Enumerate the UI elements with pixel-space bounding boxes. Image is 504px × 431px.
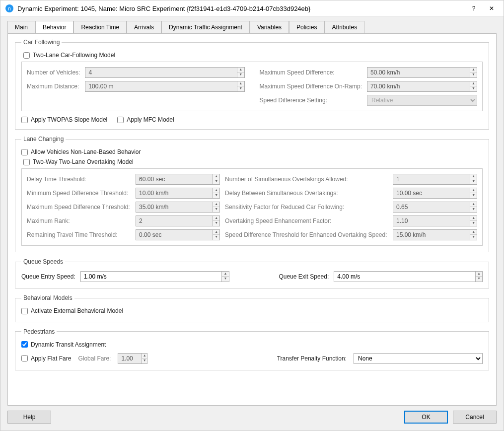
tab-dynamic-traffic-assignment[interactable]: Dynamic Traffic Assignment	[161, 21, 250, 34]
spinner-down-icon[interactable]: ▼	[237, 72, 244, 77]
checkbox-flat-fare-input[interactable]	[21, 355, 28, 361]
checkbox-twoway-overtaking-input[interactable]	[23, 159, 30, 165]
input-num-sim-overtake[interactable]	[393, 175, 470, 184]
spinner-up-icon[interactable]: ▲	[142, 354, 147, 359]
tab-attributes[interactable]: Attributes	[324, 21, 364, 34]
spinner-up-icon[interactable]: ▲	[470, 188, 477, 193]
spinner-down-icon[interactable]: ▼	[470, 221, 477, 226]
input-max-speed-diff-lc[interactable]	[136, 203, 213, 212]
spinner-down-icon[interactable]: ▼	[142, 359, 147, 363]
checkbox-two-lane-cf[interactable]: Two-Lane Car-Following Model	[23, 52, 115, 59]
input-max-speed-diff[interactable]	[367, 68, 470, 77]
spinner-down-icon[interactable]: ▼	[222, 277, 228, 282]
spinner-max-speed-diff-ramp[interactable]: ▲▼	[367, 81, 477, 92]
spinner-down-icon[interactable]: ▼	[213, 235, 219, 240]
input-max-speed-diff-ramp[interactable]	[367, 82, 470, 91]
spinner-up-icon[interactable]: ▲	[213, 230, 219, 235]
input-num-vehicles[interactable]	[85, 68, 237, 77]
spinner-sens-factor[interactable]: ▲▼	[393, 202, 477, 213]
tab-reaction-time[interactable]: Reaction Time	[73, 21, 127, 34]
input-overt-enh[interactable]	[393, 216, 470, 225]
spinner-up-icon[interactable]: ▲	[470, 68, 477, 72]
input-max-rank[interactable]	[136, 216, 213, 225]
checkbox-twopas[interactable]: Apply TWOPAS Slope Model	[21, 116, 107, 123]
spinner-down-icon[interactable]: ▼	[213, 207, 219, 212]
spinner-overt-enh[interactable]: ▲▼	[393, 216, 477, 226]
spinner-up-icon[interactable]: ▲	[470, 202, 477, 207]
checkbox-dynamic-transit-input[interactable]	[21, 341, 28, 348]
checkbox-mfc-input[interactable]	[117, 117, 124, 123]
spinner-up-icon[interactable]: ▲	[237, 68, 244, 72]
help-button[interactable]: Help	[7, 411, 51, 424]
tab-variables[interactable]: Variables	[250, 21, 289, 34]
spinner-up-icon[interactable]: ▲	[470, 216, 477, 221]
spinner-down-icon[interactable]: ▼	[470, 179, 477, 184]
close-icon[interactable]: ✕	[485, 3, 499, 13]
combo-transfer-penalty[interactable]: None	[354, 353, 483, 364]
input-speed-diff-enh[interactable]	[393, 230, 470, 239]
checkbox-allow-nonlane[interactable]: Allow Vehicles Non-Lane-Based Behavior	[21, 148, 141, 155]
spinner-up-icon[interactable]: ▲	[213, 188, 219, 193]
checkbox-activate-external-input[interactable]	[21, 308, 28, 314]
spinner-down-icon[interactable]: ▼	[237, 86, 244, 91]
spinner-down-icon[interactable]: ▼	[470, 86, 477, 91]
tab-main[interactable]: Main	[7, 21, 35, 34]
spinner-up-icon[interactable]: ▲	[470, 174, 477, 179]
checkbox-mfc[interactable]: Apply MFC Model	[117, 116, 174, 123]
tab-policies[interactable]: Policies	[289, 21, 324, 34]
spinner-max-distance[interactable]: ▲▼	[85, 81, 244, 92]
spinner-up-icon[interactable]: ▲	[213, 216, 219, 221]
tab-arrivals[interactable]: Arrivals	[127, 21, 161, 34]
tab-behavior[interactable]: Behavior	[35, 21, 73, 34]
checkbox-two-lane-cf-input[interactable]	[23, 52, 30, 59]
spinner-down-icon[interactable]: ▼	[470, 193, 477, 198]
input-queue-entry[interactable]	[81, 272, 221, 281]
spinner-up-icon[interactable]: ▲	[237, 81, 244, 86]
spinner-queue-exit[interactable]: ▲▼	[334, 271, 483, 282]
spinner-down-icon[interactable]: ▼	[213, 193, 219, 198]
spinner-max-speed-diff-lc[interactable]: ▲▼	[136, 202, 220, 213]
spinner-min-speed-diff[interactable]: ▲▼	[136, 188, 220, 199]
spinner-down-icon[interactable]: ▼	[470, 72, 477, 77]
spinner-up-icon[interactable]: ▲	[470, 230, 477, 235]
spinner-down-icon[interactable]: ▼	[470, 235, 477, 240]
spinner-remain-travel[interactable]: ▲▼	[136, 229, 220, 240]
input-global-fare[interactable]	[118, 354, 142, 363]
spinner-down-icon[interactable]: ▼	[476, 277, 482, 282]
spinner-queue-entry[interactable]: ▲▼	[80, 271, 229, 282]
checkbox-twopas-input[interactable]	[21, 117, 28, 123]
input-delay-between[interactable]	[393, 189, 470, 198]
spinner-up-icon[interactable]: ▲	[213, 174, 219, 179]
spinner-up-icon[interactable]: ▲	[476, 272, 482, 277]
spinner-down-icon[interactable]: ▼	[213, 179, 219, 184]
spinner-num-sim-overtake[interactable]: ▲▼	[393, 174, 477, 185]
label-max-speed-diff: Maximum Speed Difference:	[260, 69, 362, 76]
spinner-up-icon[interactable]: ▲	[222, 272, 228, 277]
help-icon[interactable]: ?	[467, 3, 481, 13]
checkbox-twoway-overtaking[interactable]: Two-Way Two-Lane Overtaking Model	[23, 158, 134, 165]
spinner-max-speed-diff[interactable]: ▲▼	[367, 67, 477, 78]
checkbox-dynamic-transit[interactable]: Dynamic Transit Assignment	[21, 341, 106, 348]
spinner-num-vehicles[interactable]: ▲▼	[85, 67, 244, 78]
spinner-down-icon[interactable]: ▼	[213, 221, 219, 226]
checkbox-allow-nonlane-input[interactable]	[21, 149, 28, 155]
cancel-button[interactable]: Cancel	[453, 411, 497, 424]
checkbox-activate-external[interactable]: Activate External Behavioral Model	[21, 307, 123, 314]
input-sens-factor[interactable]	[393, 203, 470, 212]
spinner-down-icon[interactable]: ▼	[470, 207, 477, 212]
input-queue-exit[interactable]	[334, 272, 475, 281]
input-max-distance[interactable]	[85, 82, 237, 91]
spinner-speed-diff-enh[interactable]: ▲▼	[393, 229, 477, 240]
input-min-speed-diff[interactable]	[136, 189, 213, 198]
combo-speed-diff-setting[interactable]: Relative	[367, 95, 477, 106]
spinner-delay-between[interactable]: ▲▼	[393, 188, 477, 199]
checkbox-flat-fare[interactable]: Apply Flat Fare	[21, 355, 71, 362]
ok-button[interactable]: OK	[404, 411, 448, 424]
spinner-max-rank[interactable]: ▲▼	[136, 216, 220, 226]
spinner-up-icon[interactable]: ▲	[470, 81, 477, 86]
spinner-up-icon[interactable]: ▲	[213, 202, 219, 207]
spinner-delay-time[interactable]: ▲▼	[136, 174, 220, 185]
input-remain-travel[interactable]	[136, 230, 213, 239]
input-delay-time[interactable]	[136, 175, 213, 184]
spinner-global-fare[interactable]: ▲▼	[118, 353, 147, 364]
